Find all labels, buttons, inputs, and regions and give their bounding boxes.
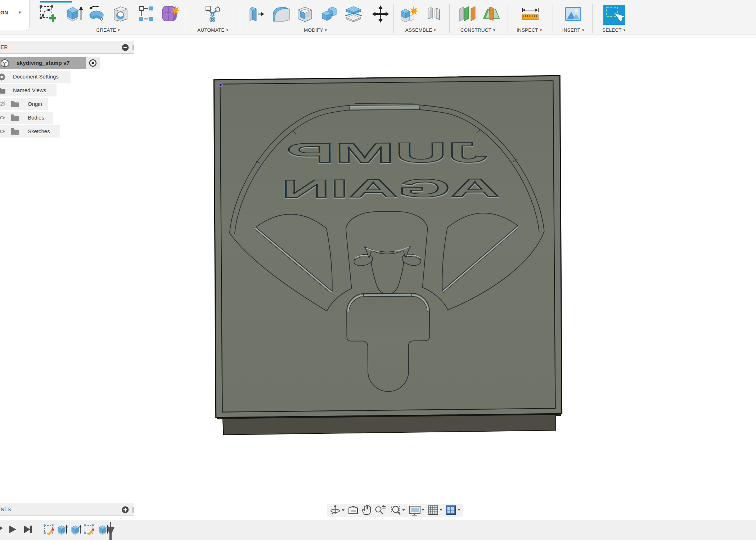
svg-text:JUMP: JUMP: [286, 136, 487, 169]
svg-text:AGAIN: AGAIN: [281, 174, 499, 203]
